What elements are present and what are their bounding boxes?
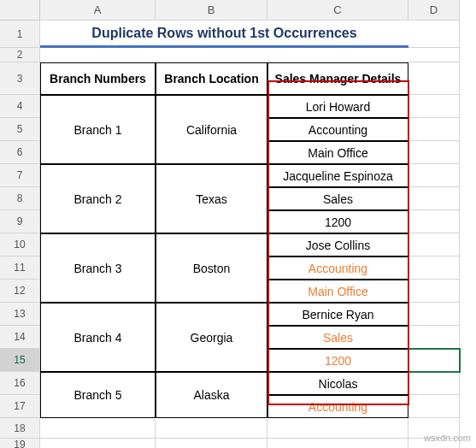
row-header-12[interactable]: 12 (0, 280, 40, 303)
branch-loc-4[interactable]: Georgia (156, 303, 267, 372)
select-all-corner[interactable] (0, 0, 40, 21)
row-header-19[interactable]: 19 (0, 439, 40, 448)
row-header-4[interactable]: 4 (0, 95, 40, 118)
branch-num-3[interactable]: Branch 3 (40, 233, 156, 303)
row-header-1[interactable]: 1 (0, 21, 40, 48)
row-header-14[interactable]: 14 (0, 326, 40, 349)
branch-num-5[interactable]: Branch 5 (40, 372, 156, 418)
detail-row-10[interactable]: 1200 (267, 210, 408, 233)
spreadsheet-grid: A B C D 1 2 3 4 5 6 7 8 9 10 11 12 13 14… (0, 0, 476, 448)
branch-loc-2[interactable]: Texas (156, 164, 267, 233)
branch-loc-5[interactable]: Alaska (156, 372, 267, 418)
col-header-a[interactable]: A (40, 0, 156, 21)
detail-row-13[interactable]: Main Office (267, 280, 408, 303)
row-header-2[interactable]: 2 (0, 48, 40, 62)
row-header-16[interactable]: 16 (0, 372, 40, 395)
table-header-branch-numbers[interactable]: Branch Numbers (40, 62, 156, 95)
detail-row-12[interactable]: Accounting (267, 256, 408, 280)
branch-num-1[interactable]: Branch 1 (40, 95, 156, 164)
row-header-8[interactable]: 8 (0, 187, 40, 210)
col-header-d[interactable]: D (408, 0, 460, 21)
watermark: wsxdn.com (424, 433, 471, 443)
detail-row-5[interactable]: Lori Howard (267, 95, 408, 118)
row-header-6[interactable]: 6 (0, 141, 40, 164)
row-header-9[interactable]: 9 (0, 210, 40, 233)
branch-loc-3[interactable]: Boston (156, 233, 267, 303)
detail-row-14[interactable]: Bernice Ryan (267, 303, 408, 326)
detail-row-15[interactable]: Sales (267, 326, 408, 349)
branch-num-2[interactable]: Branch 2 (40, 164, 156, 233)
detail-row-16[interactable]: 1200 (267, 349, 408, 372)
detail-row-8[interactable]: Jacqueline Espinoza (267, 164, 408, 187)
selected-cell-a15[interactable] (408, 349, 460, 372)
detail-row-7[interactable]: Main Office (267, 141, 408, 164)
detail-row-9[interactable]: Sales (267, 187, 408, 210)
table-header-sales-manager[interactable]: Sales Manager Details (267, 62, 408, 95)
detail-row-11[interactable]: Jose Collins (267, 233, 408, 256)
row-header-7[interactable]: 7 (0, 164, 40, 187)
row-header-11[interactable]: 11 (0, 256, 40, 280)
table-header-branch-location[interactable]: Branch Location (156, 62, 267, 95)
detail-row-6[interactable]: Accounting (267, 118, 408, 141)
row-header-5[interactable]: 5 (0, 118, 40, 141)
detail-row-18[interactable]: Accounting (267, 395, 408, 418)
page-title: Duplicate Rows without 1st Occurrences (40, 21, 408, 48)
detail-row-17[interactable]: Nicolas (267, 372, 408, 395)
row-header-13[interactable]: 13 (0, 303, 40, 326)
row-header-10[interactable]: 10 (0, 233, 40, 256)
branch-num-4[interactable]: Branch 4 (40, 303, 156, 372)
branch-loc-1[interactable]: California (156, 95, 267, 164)
col-header-c[interactable]: C (267, 0, 408, 21)
row-header-18[interactable]: 18 (0, 418, 40, 439)
row-header-3[interactable]: 3 (0, 62, 40, 95)
row-header-15[interactable]: 15 (0, 349, 40, 372)
col-header-b[interactable]: B (156, 0, 267, 21)
row-header-17[interactable]: 17 (0, 395, 40, 418)
